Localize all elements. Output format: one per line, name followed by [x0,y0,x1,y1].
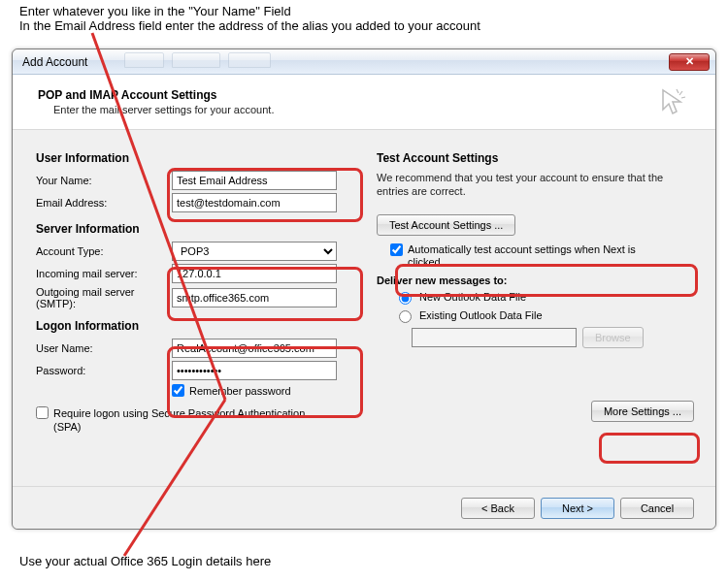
outgoing-label: Outgoing mail server (SMTP): [36,286,172,309]
incoming-input[interactable] [172,264,337,283]
remember-password-checkbox[interactable] [172,384,184,397]
logon-info-title: Logon Information [36,319,353,333]
more-settings-button[interactable]: More Settings ... [591,401,694,422]
cursor-icon [657,86,688,117]
auto-test-label: Automatically test account settings when… [408,243,650,269]
close-button[interactable]: ✕ [669,53,710,71]
spa-label: Require logon using Secure Password Auth… [53,406,306,435]
instruction-line1: Enter whatever you like in the "Your Nam… [19,4,480,18]
dialog-footer: < Back Next > Cancel [13,486,715,529]
account-type-select[interactable]: POP3 [172,242,337,261]
content-area: User Information Your Name: Email Addres… [13,130,715,442]
auto-test-checkbox[interactable] [390,243,403,256]
password-label: Password: [36,365,172,376]
your-name-label: Your Name: [36,175,172,186]
existing-data-file-label: Existing Outlook Data File [419,309,543,321]
close-icon: ✕ [685,55,694,67]
right-column: Test Account Settings We recommend that … [377,142,694,435]
user-info-title: User Information [36,151,353,165]
background-tabs [124,52,532,70]
test-settings-desc: We recommend that you test your account … [377,171,694,199]
back-button[interactable]: < Back [461,498,535,519]
deliver-title: Deliver new messages to: [377,275,694,286]
test-account-button[interactable]: Test Account Settings ... [377,214,515,236]
your-name-input[interactable] [172,171,337,190]
username-label: User Name: [36,342,172,354]
header-band: POP and IMAP Account Settings Enter the … [13,75,715,130]
server-info-title: Server Information [36,222,353,236]
username-input[interactable] [172,339,337,358]
email-input[interactable] [172,193,337,212]
remember-password-label: Remember password [189,385,291,397]
left-column: User Information Your Name: Email Addres… [36,142,353,435]
browse-button[interactable]: Browse [582,327,644,348]
instruction-top: Enter whatever you like in the "Your Nam… [19,4,480,33]
cancel-button[interactable]: Cancel [620,498,694,519]
header-subtitle: Enter the mail server settings for your … [38,104,694,115]
incoming-label: Incoming mail server: [36,268,172,279]
add-account-dialog: Add Account ✕ POP and IMAP Account Setti… [12,48,716,530]
next-button[interactable]: Next > [541,498,614,519]
account-type-label: Account Type: [36,245,172,257]
header-title: POP and IMAP Account Settings [38,88,694,102]
existing-data-file-radio[interactable] [399,310,412,323]
outgoing-input[interactable] [172,288,337,307]
password-input[interactable] [172,361,337,380]
email-label: Email Address: [36,197,172,209]
instruction-bottom: Use your actual Office 365 Login details… [19,554,271,568]
existing-file-path-input [412,328,577,347]
test-settings-title: Test Account Settings [377,151,694,165]
spa-checkbox[interactable] [36,406,49,419]
instruction-line2: In the Email Address field enter the add… [19,18,480,33]
new-data-file-label: New Outlook Data File [419,291,526,303]
new-data-file-radio[interactable] [399,292,412,305]
